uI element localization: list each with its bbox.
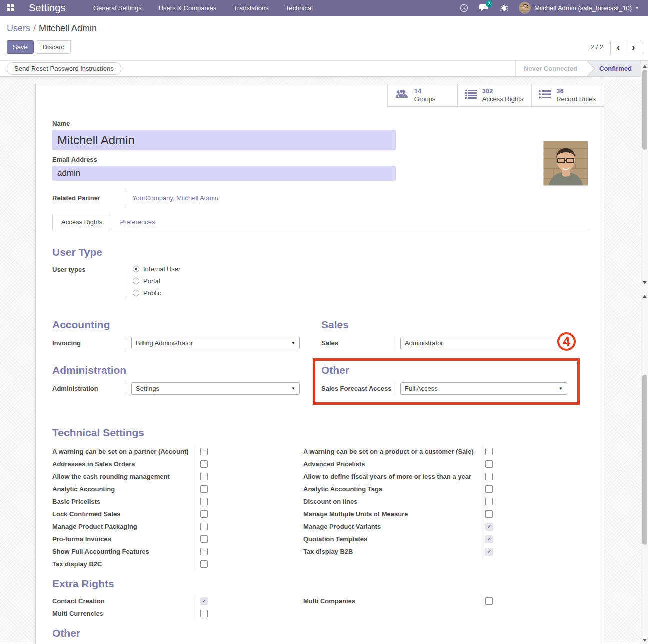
checkbox[interactable]: ✔ bbox=[485, 548, 493, 556]
radio-button-icon[interactable] bbox=[133, 290, 139, 296]
setting-row: Multi Currencies ✔ bbox=[52, 608, 294, 620]
menu-technical[interactable]: Technical bbox=[286, 4, 313, 12]
setting-row: Discount on lines ✔ bbox=[303, 496, 572, 508]
invoicing-select[interactable]: Billing Administrator ▼ bbox=[131, 337, 300, 350]
other-bottom-heading: Other bbox=[52, 628, 589, 640]
menu-translations[interactable]: Translations bbox=[233, 4, 268, 12]
user-menu[interactable]: Mitchell Admin (sale_forecast_10) ▼ bbox=[519, 2, 639, 14]
checkbox[interactable]: ✔ bbox=[200, 473, 208, 480]
tab-preferences[interactable]: Preferences bbox=[111, 214, 163, 230]
pager-previous-button[interactable]: ‹ bbox=[611, 40, 626, 54]
access-rights-label: Access Rights bbox=[482, 96, 523, 104]
form-view-background: 14 Groups 302 Ac bbox=[0, 77, 648, 642]
radio-public[interactable]: Public bbox=[133, 290, 180, 297]
scroll-up-arrow-icon[interactable] bbox=[641, 63, 648, 70]
checkbox[interactable]: ✔ bbox=[485, 510, 493, 518]
vertical-scrollbar-top[interactable] bbox=[641, 62, 648, 286]
administration-heading: Administration bbox=[52, 364, 306, 376]
radio-button-icon[interactable] bbox=[133, 266, 139, 272]
checkbox[interactable]: ✔ bbox=[200, 536, 208, 543]
form-statusbar-row: Send Reset Password Instructions Never C… bbox=[0, 60, 648, 77]
debug-bug-icon[interactable] bbox=[499, 2, 510, 14]
checkbox[interactable]: ✔ bbox=[485, 473, 493, 480]
radio-internal-user[interactable]: Internal User bbox=[133, 266, 180, 273]
chevron-right-icon: › bbox=[632, 42, 635, 53]
discard-button[interactable]: Discard bbox=[37, 40, 71, 54]
user-menu-caret-icon: ▼ bbox=[635, 6, 639, 10]
checkbox[interactable]: ✔ bbox=[485, 536, 493, 544]
access-rights-stat-button[interactable]: 302 Access Rights bbox=[457, 84, 531, 106]
setting-row: Tax display B2B ✔ bbox=[303, 546, 572, 558]
checkbox[interactable]: ✔ bbox=[485, 448, 493, 456]
user-photo[interactable] bbox=[543, 141, 588, 186]
checkbox[interactable]: ✔ bbox=[485, 598, 493, 605]
checkbox[interactable]: ✔ bbox=[200, 610, 208, 618]
related-partner-link[interactable]: YourCompany, Mitchell Admin bbox=[132, 194, 218, 202]
checkbox[interactable]: ✔ bbox=[200, 598, 208, 606]
extra-rights-heading: Extra Rights bbox=[52, 578, 589, 590]
record-rules-count: 36 bbox=[556, 88, 596, 96]
sales-label: Sales bbox=[321, 337, 396, 350]
send-reset-password-button[interactable]: Send Reset Password Instructions bbox=[7, 62, 121, 75]
app-title[interactable]: Settings bbox=[29, 2, 66, 14]
annotation-circle-4: 4 bbox=[557, 332, 576, 351]
related-partner-label: Related Partner bbox=[52, 194, 127, 202]
email-label: Email Address bbox=[52, 156, 589, 164]
setting-row: Lock Confirmed Sales ✔ bbox=[52, 508, 294, 520]
setting-row: Manage Product Variants ✔ bbox=[303, 520, 572, 533]
select-caret-icon: ▼ bbox=[559, 386, 563, 391]
checkbox[interactable]: ✔ bbox=[200, 523, 208, 530]
sales-forecast-access-select[interactable]: Full Access ▼ bbox=[400, 382, 567, 395]
scrollbar-thumb[interactable] bbox=[642, 375, 647, 545]
scroll-down-arrow-icon[interactable] bbox=[641, 280, 648, 286]
sales-access-select[interactable]: Administrator ▼ bbox=[400, 337, 571, 350]
name-input[interactable]: Mitchell Admin bbox=[52, 130, 396, 150]
checkbox[interactable]: ✔ bbox=[485, 460, 493, 468]
checkbox[interactable]: ✔ bbox=[200, 486, 208, 493]
checkbox[interactable]: ✔ bbox=[200, 498, 208, 506]
record-rules-list-icon bbox=[539, 90, 551, 102]
user-avatar bbox=[519, 2, 531, 14]
checkbox[interactable]: ✔ bbox=[200, 560, 208, 568]
checkbox[interactable]: ✔ bbox=[200, 460, 208, 468]
email-input[interactable]: admin bbox=[52, 166, 396, 181]
check-icon: ✔ bbox=[487, 537, 491, 542]
checkbox[interactable]: ✔ bbox=[485, 486, 493, 493]
administration-select[interactable]: Settings ▼ bbox=[131, 382, 300, 395]
vertical-scrollbar-bottom[interactable] bbox=[641, 292, 648, 644]
tab-access-rights[interactable]: Access Rights bbox=[52, 214, 111, 230]
setting-row: Manage Product Packaging ✔ bbox=[52, 520, 294, 533]
activities-clock-icon[interactable] bbox=[459, 2, 470, 14]
pager-next-button[interactable]: › bbox=[626, 40, 641, 54]
setting-row: Basic Pricelists ✔ bbox=[52, 496, 294, 508]
checkbox[interactable]: ✔ bbox=[200, 448, 208, 456]
setting-row: Analytic Accounting ✔ bbox=[52, 483, 294, 496]
status-never-connected[interactable]: Never Connected bbox=[516, 61, 587, 76]
checkbox[interactable]: ✔ bbox=[200, 510, 208, 518]
scroll-up-arrow-icon[interactable] bbox=[641, 293, 648, 300]
checkbox[interactable]: ✔ bbox=[200, 548, 208, 556]
breadcrumb-users-link[interactable]: Users bbox=[7, 24, 30, 34]
save-button[interactable]: Save bbox=[7, 40, 34, 54]
scrollbar-thumb[interactable] bbox=[642, 70, 647, 150]
radio-button-icon[interactable] bbox=[133, 278, 139, 284]
setting-row: Manage Multiple Units of Measure ✔ bbox=[303, 508, 572, 520]
setting-row: Addresses in Sales Orders ✔ bbox=[52, 458, 294, 470]
setting-row: Contact Creation ✔ bbox=[52, 595, 294, 608]
pager-count: 2 / 2 bbox=[591, 44, 603, 51]
check-icon: ✔ bbox=[202, 599, 206, 604]
pager: 2 / 2 ‹ › bbox=[591, 40, 641, 54]
scroll-down-arrow-icon[interactable] bbox=[641, 637, 648, 644]
access-rights-list-icon bbox=[465, 90, 477, 102]
groups-stat-button[interactable]: 14 Groups bbox=[387, 84, 457, 106]
checkbox[interactable]: ✔ bbox=[485, 523, 493, 531]
messages-icon[interactable]: 3 bbox=[479, 2, 490, 14]
checkbox[interactable]: ✔ bbox=[485, 498, 493, 506]
menu-general-settings[interactable]: General Settings bbox=[93, 4, 142, 12]
menu-users-companies[interactable]: Users & Companies bbox=[159, 4, 217, 12]
apps-menu-icon[interactable] bbox=[7, 4, 14, 12]
app-menu: General Settings Users & Companies Trans… bbox=[93, 4, 313, 12]
record-rules-stat-button[interactable]: 36 Record Rules bbox=[531, 84, 604, 106]
radio-portal[interactable]: Portal bbox=[133, 278, 180, 285]
setting-row: Multi Companies ✔ bbox=[303, 595, 572, 608]
